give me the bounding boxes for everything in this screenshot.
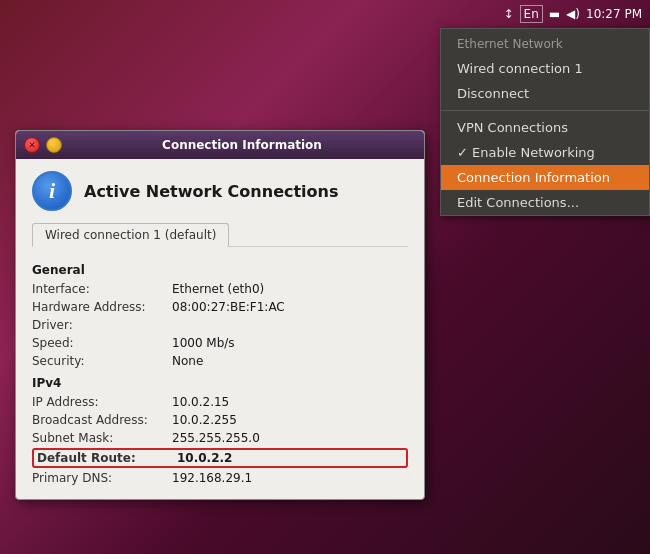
value-primary-dns: 192.168.29.1	[172, 471, 252, 485]
table-row: Speed: 1000 Mb/s	[32, 334, 408, 352]
dialog-titlebar: ✕ Connection Information	[16, 131, 424, 159]
value-hardware-address: 08:00:27:BE:F1:AC	[172, 300, 285, 314]
dropdown-connection-info[interactable]: Connection Information	[441, 165, 649, 190]
label-ip-address: IP Address:	[32, 395, 172, 409]
battery-icon: ▬	[549, 7, 560, 21]
dialog-header: i Active Network Connections	[32, 171, 408, 211]
table-row: Broadcast Address: 10.0.2.255	[32, 411, 408, 429]
dropdown-enable-networking[interactable]: Enable Networking	[441, 140, 649, 165]
dropdown-disconnect[interactable]: Disconnect	[441, 81, 649, 106]
connection-details-table: General Interface: Ethernet (eth0) Hardw…	[32, 257, 408, 487]
dropdown-wired-connection[interactable]: Wired connection 1	[441, 56, 649, 81]
dropdown-ethernet-header: Ethernet Network	[441, 29, 649, 56]
table-row-highlighted: Default Route: 10.0.2.2	[32, 448, 408, 468]
table-row: Security: None	[32, 352, 408, 370]
label-subnet-mask: Subnet Mask:	[32, 431, 172, 445]
minimize-button[interactable]	[46, 137, 62, 153]
tab-bar: Wired connection 1 (default)	[32, 223, 408, 247]
dialog-title: Connection Information	[68, 138, 416, 152]
dialog-main-title: Active Network Connections	[84, 182, 339, 201]
label-hardware-address: Hardware Address:	[32, 300, 172, 314]
value-broadcast: 10.0.2.255	[172, 413, 237, 427]
label-broadcast: Broadcast Address:	[32, 413, 172, 427]
label-primary-dns: Primary DNS:	[32, 471, 172, 485]
label-security: Security:	[32, 354, 172, 368]
close-button[interactable]: ✕	[24, 137, 40, 153]
table-row: Hardware Address: 08:00:27:BE:F1:AC	[32, 298, 408, 316]
table-row: Driver:	[32, 316, 408, 334]
dropdown-vpn[interactable]: VPN Connections	[441, 115, 649, 140]
info-icon: i	[32, 171, 72, 211]
section-general: General	[32, 257, 408, 280]
connection-info-dialog: ✕ Connection Information i Active Networ…	[15, 130, 425, 500]
value-ip-address: 10.0.2.15	[172, 395, 229, 409]
table-row: Subnet Mask: 255.255.255.0	[32, 429, 408, 447]
network-dropdown: Ethernet Network Wired connection 1 Disc…	[440, 28, 650, 216]
value-default-route: 10.0.2.2	[177, 451, 232, 465]
value-speed: 1000 Mb/s	[172, 336, 235, 350]
sound-icon[interactable]: ◀)	[566, 7, 580, 21]
label-default-route: Default Route:	[37, 451, 177, 465]
clock: 10:27 PM	[586, 7, 642, 21]
section-ipv4: IPv4	[32, 370, 408, 393]
dialog-content: i Active Network Connections Wired conne…	[16, 159, 424, 499]
menu-separator-1	[441, 110, 649, 111]
label-driver: Driver:	[32, 318, 172, 332]
table-row: IP Address: 10.0.2.15	[32, 393, 408, 411]
value-subnet-mask: 255.255.255.0	[172, 431, 260, 445]
value-interface: Ethernet (eth0)	[172, 282, 264, 296]
taskbar: ↕ En ▬ ◀) 10:27 PM	[495, 0, 650, 28]
network-icon[interactable]: ↕	[503, 7, 513, 21]
dropdown-edit-connections[interactable]: Edit Connections...	[441, 190, 649, 215]
label-interface: Interface:	[32, 282, 172, 296]
value-security: None	[172, 354, 203, 368]
language-indicator[interactable]: En	[520, 5, 543, 23]
table-row: Interface: Ethernet (eth0)	[32, 280, 408, 298]
label-speed: Speed:	[32, 336, 172, 350]
table-row: Primary DNS: 192.168.29.1	[32, 469, 408, 487]
tab-wired-connection[interactable]: Wired connection 1 (default)	[32, 223, 229, 247]
